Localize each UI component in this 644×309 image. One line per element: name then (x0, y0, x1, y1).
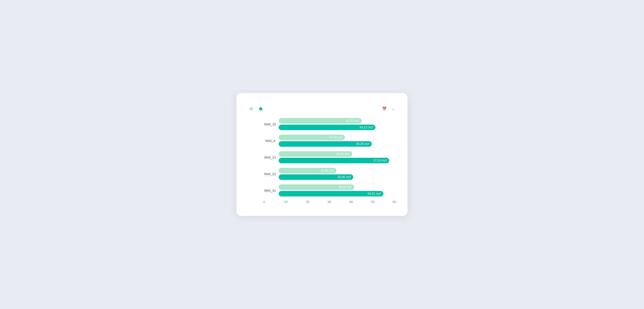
actual-bar: 38,66 mcf (279, 174, 353, 180)
target-bar: 38,04 mcf (279, 151, 352, 157)
bars-container: 38,04 mcf 57,24 mcf (279, 151, 394, 163)
x-tick: 10 (284, 200, 288, 204)
actual-bar-row: 38,66 mcf (279, 174, 394, 180)
actual-bar-row: 48,26 mcf (279, 141, 394, 147)
chart-body: Well_19 43,02 mcf 50,12 mcf Well_4 34,32… (250, 118, 394, 196)
well-group-well_19: Well_19 43,02 mcf 50,12 mcf (264, 118, 394, 130)
x-tick: 60 (393, 200, 396, 204)
bars-container: 34,32 mcf 48,26 mcf (279, 135, 394, 147)
actual-bar: 50,12 mcf (279, 125, 375, 130)
actual-dot (259, 107, 262, 111)
actual-bar: 48,26 mcf (279, 141, 372, 147)
chart-area: Well_19 43,02 mcf 50,12 mcf Well_4 34,32… (264, 118, 394, 196)
x-tick: 20 (306, 200, 309, 204)
actual-bar-row: 50,12 mcf (279, 125, 394, 130)
legend-target (250, 107, 255, 111)
gas-filter-button[interactable]: ⌄ (390, 107, 394, 111)
date-filter-button[interactable]: 📅 (381, 107, 387, 111)
actual-bar: 54,31 mcf (279, 191, 383, 196)
card-subheader: 📅 ⌄ (250, 107, 394, 111)
x-tick: 40 (349, 200, 353, 204)
well-group-well_31: Well_31 39,16 mcf 54,31 mcf (264, 184, 394, 196)
well-row-target: Well_31 39,16 mcf 54,31 mcf (264, 184, 394, 196)
bars-container: 39,16 mcf 54,31 mcf (279, 184, 394, 196)
chart-filters: 📅 ⌄ (381, 107, 394, 111)
calendar-icon: 📅 (382, 107, 387, 111)
well-row-target: Well_22 29,86 mcf 38,66 mcf (264, 168, 394, 180)
card-header (250, 104, 394, 105)
actual-bar-row: 54,31 mcf (279, 191, 394, 196)
actual-bar-row: 57,24 mcf (279, 158, 394, 163)
actual-bar: 57,24 mcf (279, 158, 389, 163)
well-group-well_4: Well_4 34,32 mcf 48,26 mcf (264, 135, 394, 147)
well-label: Well_4 (264, 139, 279, 143)
target-bar-row: 34,32 mcf (279, 135, 394, 140)
well-group-well_22: Well_22 29,86 mcf 38,66 mcf (264, 168, 394, 180)
well-row-target: Well_19 43,02 mcf 50,12 mcf (264, 118, 394, 130)
x-axis-inner: 0102030405060 (264, 200, 394, 205)
well-label: Well_31 (264, 189, 279, 192)
well-label: Well_19 (264, 122, 279, 126)
target-bar-row: 39,16 mcf (279, 184, 394, 190)
chevron-down-icon: ⌄ (392, 107, 394, 111)
target-bar: 39,16 mcf (279, 184, 354, 190)
well-label: Well_22 (264, 172, 279, 176)
target-bar-row: 38,04 mcf (279, 151, 394, 157)
well-row-target: Well_13 38,04 mcf 57,24 mcf (264, 151, 394, 163)
more-options-button[interactable] (391, 104, 394, 105)
x-tick: 0 (263, 200, 265, 204)
well-row-target: Well_4 34,32 mcf 48,26 mcf (264, 135, 394, 147)
chart-legend (250, 107, 264, 111)
target-dot (250, 107, 253, 111)
x-tick: 30 (328, 200, 331, 204)
target-bar: 43,02 mcf (279, 118, 362, 124)
target-bar: 29,86 mcf (279, 168, 336, 173)
x-axis: 0102030405060 (250, 200, 394, 205)
legend-actual (259, 107, 264, 111)
target-bar-row: 29,86 mcf (279, 168, 394, 173)
bars-container: 43,02 mcf 50,12 mcf (279, 118, 394, 130)
target-bar-row: 43,02 mcf (279, 118, 394, 124)
target-bar: 34,32 mcf (279, 135, 345, 140)
well-group-well_13: Well_13 38,04 mcf 57,24 mcf (264, 151, 394, 163)
x-tick: 50 (371, 200, 374, 204)
chart-card: 📅 ⌄ Well_19 43,02 mcf 50,12 mcf (236, 93, 408, 216)
well-label: Well_13 (264, 156, 279, 159)
bars-container: 29,86 mcf 38,66 mcf (279, 168, 394, 180)
